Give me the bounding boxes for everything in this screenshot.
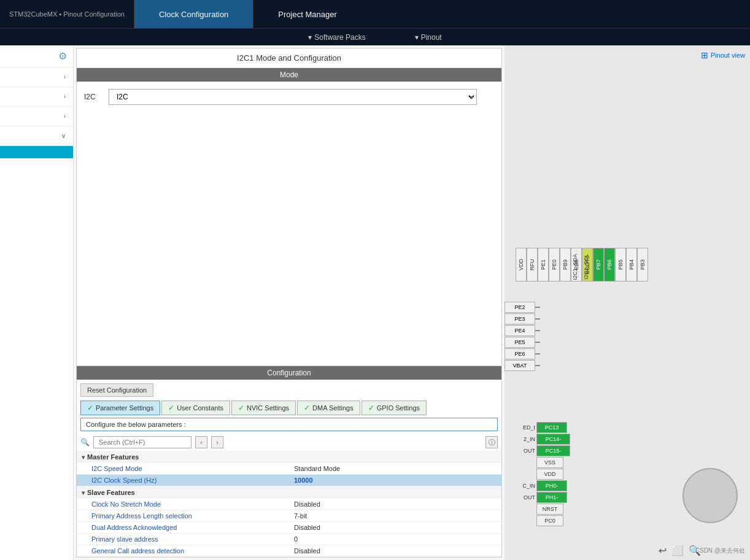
- tab-project-manager[interactable]: Project Manager: [253, 0, 361, 28]
- params-hint: Configure the below parameters :: [86, 421, 186, 428]
- param-row-general-call: General Call address detection Disabled: [77, 545, 501, 557]
- pin-vdd2: VDD: [536, 469, 563, 480]
- pin-row-pe3: PE3: [505, 313, 540, 324]
- tab-check-icon: ✓: [304, 404, 310, 412]
- tab-check-icon: ✓: [168, 404, 174, 412]
- pin-pe1: PE1: [538, 248, 549, 282]
- pin-row-vbat: VBAT: [505, 360, 540, 371]
- pin-row-pe4: PE4: [505, 325, 540, 336]
- pinout-view-button[interactable]: ⊞ Pinout view: [701, 50, 745, 60]
- param-row-clock-no-stretch: Clock No Stretch Mode Disabled: [77, 499, 501, 510]
- mode-label: Mode: [280, 71, 298, 79]
- pin-label-out: OUT: [505, 445, 536, 456]
- param-row-i2c-speed-mode: I2C Speed Mode Standard Mode: [77, 463, 501, 475]
- config-section-title: Configuration: [267, 369, 311, 377]
- pin-pc15[interactable]: PC15-: [536, 445, 570, 456]
- zoom-icon[interactable]: 🔍: [689, 545, 701, 556]
- pin-pb4: PB4: [626, 248, 637, 282]
- pin-pc13[interactable]: PC13: [536, 422, 567, 433]
- pin-ph0[interactable]: PH0-: [536, 480, 567, 491]
- param-row-slave-address: Primary slave address 0: [77, 534, 501, 545]
- param-name: Primary Address Length selection: [91, 512, 294, 520]
- pin-pc14[interactable]: PC14-: [536, 434, 570, 445]
- pin-pb3: PB3: [637, 248, 648, 282]
- tab-dma-settings[interactable]: ✓ DMA Settings: [297, 401, 360, 415]
- pin-pe0: PE0: [549, 248, 560, 282]
- pin-pb6[interactable]: PB6: [604, 248, 615, 282]
- param-name: Clock No Stretch Mode: [91, 501, 294, 508]
- pin-pb7[interactable]: PB7: [593, 248, 604, 282]
- reset-configuration-button[interactable]: Reset Configuration: [80, 383, 153, 397]
- sidebar-item-1[interactable]: ›: [0, 67, 73, 87]
- param-value: 10000: [294, 477, 497, 484]
- i2c-sda-label: I2C1_SDA: [572, 254, 578, 280]
- i2c-select-wrapper[interactable]: I2C Disable ▾: [109, 89, 477, 105]
- param-name: General Call address detection: [91, 547, 294, 554]
- param-value: Disabled: [294, 524, 497, 531]
- tab-user-constants[interactable]: ✓ User Constants: [161, 401, 230, 415]
- nav-pinout[interactable]: ▾ Pinout: [415, 33, 442, 42]
- tab-nvic-settings[interactable]: ✓ NVIC Settings: [231, 401, 296, 415]
- tab-check-icon: ✓: [368, 404, 374, 412]
- param-value: Disabled: [294, 501, 497, 508]
- tab-clock-configuration[interactable]: Clock Configuration: [134, 0, 253, 28]
- next-result-button[interactable]: ›: [211, 436, 223, 448]
- param-row-address-length: Primary Address Length selection 7-bit: [77, 510, 501, 522]
- param-row-dual-address: Dual Address Acknowledged Disabled: [77, 522, 501, 534]
- group-slave-features[interactable]: ▾ Slave Features: [77, 486, 501, 499]
- pin-rfu: RFU: [527, 248, 538, 282]
- pin-label-edt: ED_t: [505, 422, 536, 433]
- tab-parameter-settings[interactable]: ✓ Parameter Settings: [80, 401, 160, 415]
- pin-ph1[interactable]: PH1-: [536, 492, 567, 503]
- pin-label-2in: 2_IN: [505, 434, 536, 445]
- param-name: Dual Address Acknowledged: [91, 524, 294, 531]
- undo-icon[interactable]: ↩: [659, 545, 667, 556]
- param-value: Standard Mode: [294, 465, 497, 472]
- chip-body: [682, 468, 738, 523]
- pin-nrst: NRST: [536, 504, 563, 515]
- pin-row-pe5: PE5: [505, 337, 540, 348]
- param-value: 0: [294, 535, 497, 543]
- pin-pb5: PB5: [615, 248, 626, 282]
- expand-icon[interactable]: ⬜: [671, 545, 684, 556]
- search-icon: 🔍: [80, 438, 90, 447]
- sidebar-item-4[interactable]: ∨: [0, 126, 73, 146]
- breadcrumb: STM32CubeMX • Pinout Configuration: [0, 10, 134, 18]
- pin-vdd: VDD: [516, 248, 527, 282]
- tab-check-icon: ✓: [238, 404, 244, 412]
- i2c-select[interactable]: I2C Disable: [109, 89, 477, 105]
- sidebar-item-3[interactable]: ›: [0, 107, 73, 126]
- tab-check-icon: ✓: [87, 404, 93, 412]
- prev-result-button[interactable]: ‹: [195, 436, 207, 448]
- param-row-i2c-clock-speed[interactable]: I2C Clock Speed (Hz) 10000: [77, 475, 501, 486]
- info-button[interactable]: ⓘ: [485, 436, 498, 448]
- watermark: CSDN @来去何处: [695, 547, 745, 555]
- pin-pb9: PB9: [560, 248, 571, 282]
- chevron-down-icon: ▾: [82, 454, 85, 461]
- chevron-down-icon: ▾: [82, 489, 85, 496]
- pin-label-cin: C_IN: [505, 480, 536, 491]
- grid-icon: ⊞: [701, 50, 708, 60]
- pin-vss: VSS: [536, 457, 563, 468]
- i2c-field-label: I2C: [84, 93, 102, 101]
- param-name: I2C Clock Speed (Hz): [91, 477, 294, 484]
- param-name: I2C Speed Mode: [91, 465, 294, 472]
- param-name: Primary slave address: [91, 535, 294, 543]
- pin-row-pe2: PE2: [505, 302, 540, 313]
- param-value: Disabled: [294, 547, 497, 554]
- nav-software-packs[interactable]: ▾ Software Packs: [308, 33, 365, 42]
- group-master-features[interactable]: ▾ Master Features: [77, 451, 501, 463]
- sidebar-item-5[interactable]: [0, 146, 73, 159]
- gear-icon[interactable]: ⚙: [58, 50, 67, 62]
- search-input[interactable]: [93, 436, 191, 448]
- panel-title: I2C1 Mode and Configuration: [237, 53, 341, 63]
- pin-row-pe6: PE6: [505, 348, 540, 359]
- pin-pc0: PC0: [536, 515, 563, 526]
- sidebar-item-2[interactable]: ›: [0, 87, 73, 107]
- pin-label-out2: OUT: [505, 492, 536, 503]
- param-value: 7-bit: [294, 512, 497, 520]
- tab-gpio-settings[interactable]: ✓ GPIO Settings: [361, 401, 427, 415]
- i2c-scl-label: I2C1_SCL: [583, 254, 589, 280]
